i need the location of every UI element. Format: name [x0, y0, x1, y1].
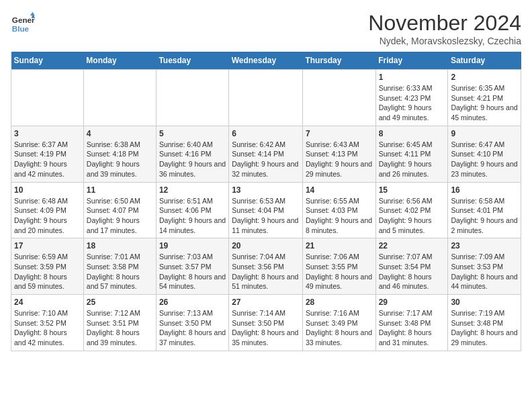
day-info: Sunrise: 6:48 AM Sunset: 4:09 PM Dayligh… [14, 196, 81, 236]
header-thursday: Thursday [302, 52, 375, 70]
day-info: Sunrise: 6:53 AM Sunset: 4:04 PM Dayligh… [232, 196, 300, 236]
calendar-cell: 20Sunrise: 7:04 AM Sunset: 3:56 PM Dayli… [229, 238, 303, 295]
header-monday: Monday [83, 52, 156, 70]
calendar-cell: 5Sunrise: 6:40 AM Sunset: 4:16 PM Daylig… [156, 126, 228, 182]
calendar-cell: 25Sunrise: 7:12 AM Sunset: 3:51 PM Dayli… [83, 295, 156, 351]
header-saturday: Saturday [448, 52, 521, 70]
calendar-title: November 2024 [368, 11, 521, 36]
day-info: Sunrise: 7:04 AM Sunset: 3:56 PM Dayligh… [232, 252, 300, 291]
week-row-1: 3Sunrise: 6:37 AM Sunset: 4:19 PM Daylig… [11, 126, 521, 182]
calendar-cell: 11Sunrise: 6:50 AM Sunset: 4:07 PM Dayli… [83, 182, 156, 238]
day-info: Sunrise: 6:47 AM Sunset: 4:10 PM Dayligh… [451, 140, 518, 179]
calendar-cell: 27Sunrise: 7:14 AM Sunset: 3:50 PM Dayli… [229, 295, 303, 351]
day-number: 7 [306, 129, 373, 138]
header-sunday: Sunday [11, 52, 84, 70]
calendar-cell [156, 70, 228, 126]
calendar-cell: 30Sunrise: 7:19 AM Sunset: 3:48 PM Dayli… [448, 295, 521, 351]
day-info: Sunrise: 6:40 AM Sunset: 4:16 PM Dayligh… [159, 140, 226, 179]
calendar-cell: 18Sunrise: 7:01 AM Sunset: 3:58 PM Dayli… [83, 238, 156, 295]
day-info: Sunrise: 7:07 AM Sunset: 3:54 PM Dayligh… [379, 252, 445, 291]
day-number: 20 [232, 241, 300, 250]
calendar-cell: 13Sunrise: 6:53 AM Sunset: 4:04 PM Dayli… [229, 182, 303, 238]
day-info: Sunrise: 6:59 AM Sunset: 3:59 PM Dayligh… [14, 252, 81, 291]
day-number: 14 [306, 185, 373, 195]
day-number: 4 [87, 129, 153, 138]
calendar-cell: 3Sunrise: 6:37 AM Sunset: 4:19 PM Daylig… [11, 126, 84, 182]
day-info: Sunrise: 7:16 AM Sunset: 3:49 PM Dayligh… [306, 308, 373, 348]
day-info: Sunrise: 7:12 AM Sunset: 3:51 PM Dayligh… [87, 308, 153, 348]
day-number: 1 [379, 73, 445, 82]
day-info: Sunrise: 7:13 AM Sunset: 3:50 PM Dayligh… [159, 308, 226, 348]
day-info: Sunrise: 6:58 AM Sunset: 4:01 PM Dayligh… [451, 196, 518, 236]
calendar-cell: 24Sunrise: 7:10 AM Sunset: 3:52 PM Dayli… [11, 295, 84, 351]
calendar-cell: 1Sunrise: 6:33 AM Sunset: 4:23 PM Daylig… [375, 70, 448, 126]
day-info: Sunrise: 6:55 AM Sunset: 4:03 PM Dayligh… [306, 196, 373, 236]
day-number: 24 [14, 298, 81, 307]
calendar-cell: 17Sunrise: 6:59 AM Sunset: 3:59 PM Dayli… [11, 238, 84, 295]
calendar-cell: 26Sunrise: 7:13 AM Sunset: 3:50 PM Dayli… [156, 295, 228, 351]
day-number: 25 [87, 298, 153, 307]
day-number: 6 [232, 129, 300, 138]
day-info: Sunrise: 7:03 AM Sunset: 3:57 PM Dayligh… [159, 252, 226, 291]
day-number: 22 [379, 241, 445, 250]
calendar-cell: 10Sunrise: 6:48 AM Sunset: 4:09 PM Dayli… [11, 182, 84, 238]
day-info: Sunrise: 7:01 AM Sunset: 3:58 PM Dayligh… [87, 252, 153, 291]
calendar-cell [11, 70, 84, 126]
day-info: Sunrise: 6:42 AM Sunset: 4:14 PM Dayligh… [232, 140, 300, 179]
week-row-2: 10Sunrise: 6:48 AM Sunset: 4:09 PM Dayli… [11, 182, 521, 238]
week-row-3: 17Sunrise: 6:59 AM Sunset: 3:59 PM Dayli… [11, 238, 521, 295]
calendar-cell: 6Sunrise: 6:42 AM Sunset: 4:14 PM Daylig… [229, 126, 303, 182]
calendar-cell: 21Sunrise: 7:06 AM Sunset: 3:55 PM Dayli… [302, 238, 375, 295]
calendar-cell: 22Sunrise: 7:07 AM Sunset: 3:54 PM Dayli… [375, 238, 448, 295]
day-info: Sunrise: 7:09 AM Sunset: 3:53 PM Dayligh… [451, 252, 518, 291]
day-number: 2 [451, 73, 518, 82]
day-info: Sunrise: 6:56 AM Sunset: 4:02 PM Dayligh… [379, 196, 445, 236]
calendar-cell [229, 70, 303, 126]
calendar-body: 1Sunrise: 6:33 AM Sunset: 4:23 PM Daylig… [11, 70, 521, 351]
day-info: Sunrise: 6:45 AM Sunset: 4:11 PM Dayligh… [379, 140, 445, 179]
calendar-table: SundayMondayTuesdayWednesdayThursdayFrid… [11, 52, 521, 351]
calendar-header-row: SundayMondayTuesdayWednesdayThursdayFrid… [11, 52, 521, 70]
day-number: 29 [379, 298, 445, 307]
svg-text:General: General [12, 15, 35, 24]
day-number: 26 [159, 298, 226, 307]
calendar-cell: 19Sunrise: 7:03 AM Sunset: 3:57 PM Dayli… [156, 238, 228, 295]
day-number: 30 [451, 298, 518, 307]
day-number: 16 [451, 185, 518, 195]
day-number: 9 [451, 129, 518, 138]
header-friday: Friday [375, 52, 448, 70]
svg-text:Blue: Blue [12, 24, 30, 33]
week-row-4: 24Sunrise: 7:10 AM Sunset: 3:52 PM Dayli… [11, 295, 521, 351]
calendar-cell: 9Sunrise: 6:47 AM Sunset: 4:10 PM Daylig… [448, 126, 521, 182]
logo: General Blue [11, 11, 35, 35]
day-number: 27 [232, 298, 300, 307]
day-number: 21 [306, 241, 373, 250]
day-info: Sunrise: 6:43 AM Sunset: 4:13 PM Dayligh… [306, 140, 373, 179]
day-number: 23 [451, 241, 518, 250]
calendar-cell: 8Sunrise: 6:45 AM Sunset: 4:11 PM Daylig… [375, 126, 448, 182]
day-number: 19 [159, 241, 226, 250]
calendar-cell: 4Sunrise: 6:38 AM Sunset: 4:18 PM Daylig… [83, 126, 156, 182]
calendar-cell [83, 70, 156, 126]
day-info: Sunrise: 7:19 AM Sunset: 3:48 PM Dayligh… [451, 308, 518, 348]
svg-marker-2 [30, 12, 35, 15]
calendar-cell: 29Sunrise: 7:17 AM Sunset: 3:48 PM Dayli… [375, 295, 448, 351]
calendar-cell: 15Sunrise: 6:56 AM Sunset: 4:02 PM Dayli… [375, 182, 448, 238]
day-info: Sunrise: 7:14 AM Sunset: 3:50 PM Dayligh… [232, 308, 300, 348]
day-number: 13 [232, 185, 300, 195]
day-number: 12 [159, 185, 226, 195]
header: General Blue November 2024 Nydek, Moravs… [11, 11, 521, 46]
day-number: 3 [14, 129, 81, 138]
logo-icon: General Blue [11, 11, 35, 35]
day-info: Sunrise: 6:50 AM Sunset: 4:07 PM Dayligh… [87, 196, 153, 236]
calendar-cell: 23Sunrise: 7:09 AM Sunset: 3:53 PM Dayli… [448, 238, 521, 295]
day-number: 11 [87, 185, 153, 195]
day-info: Sunrise: 7:10 AM Sunset: 3:52 PM Dayligh… [14, 308, 81, 348]
calendar-cell [302, 70, 375, 126]
day-number: 8 [379, 129, 445, 138]
calendar-cell: 28Sunrise: 7:16 AM Sunset: 3:49 PM Dayli… [302, 295, 375, 351]
day-info: Sunrise: 6:38 AM Sunset: 4:18 PM Dayligh… [87, 140, 153, 179]
calendar-cell: 2Sunrise: 6:35 AM Sunset: 4:21 PM Daylig… [448, 70, 521, 126]
day-info: Sunrise: 7:17 AM Sunset: 3:48 PM Dayligh… [379, 308, 445, 348]
day-info: Sunrise: 6:33 AM Sunset: 4:23 PM Dayligh… [379, 83, 445, 123]
